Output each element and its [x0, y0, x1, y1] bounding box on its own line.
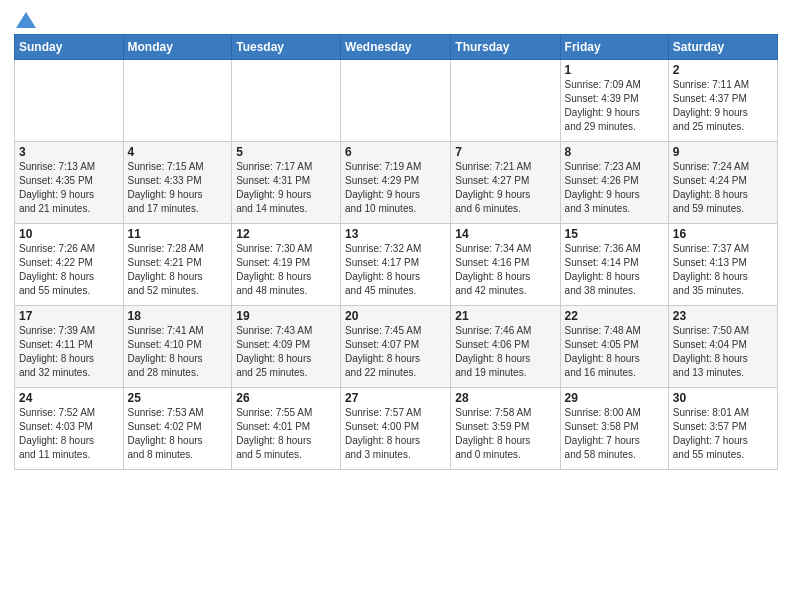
calendar-cell: 26Sunrise: 7:55 AM Sunset: 4:01 PM Dayli…: [232, 388, 341, 470]
day-info: Sunrise: 7:37 AM Sunset: 4:13 PM Dayligh…: [673, 242, 773, 298]
calendar-cell: 5Sunrise: 7:17 AM Sunset: 4:31 PM Daylig…: [232, 142, 341, 224]
day-info: Sunrise: 7:30 AM Sunset: 4:19 PM Dayligh…: [236, 242, 336, 298]
calendar-header-saturday: Saturday: [668, 35, 777, 60]
day-number: 13: [345, 227, 446, 241]
day-number: 23: [673, 309, 773, 323]
day-info: Sunrise: 7:34 AM Sunset: 4:16 PM Dayligh…: [455, 242, 555, 298]
calendar-cell: 20Sunrise: 7:45 AM Sunset: 4:07 PM Dayli…: [341, 306, 451, 388]
day-number: 30: [673, 391, 773, 405]
calendar-cell: 11Sunrise: 7:28 AM Sunset: 4:21 PM Dayli…: [123, 224, 232, 306]
day-number: 16: [673, 227, 773, 241]
day-number: 7: [455, 145, 555, 159]
calendar-header-monday: Monday: [123, 35, 232, 60]
calendar-cell: 1Sunrise: 7:09 AM Sunset: 4:39 PM Daylig…: [560, 60, 668, 142]
day-number: 18: [128, 309, 228, 323]
calendar-header-friday: Friday: [560, 35, 668, 60]
calendar-cell: 29Sunrise: 8:00 AM Sunset: 3:58 PM Dayli…: [560, 388, 668, 470]
calendar-cell: [15, 60, 124, 142]
day-number: 25: [128, 391, 228, 405]
calendar-header-row: SundayMondayTuesdayWednesdayThursdayFrid…: [15, 35, 778, 60]
calendar-cell: 18Sunrise: 7:41 AM Sunset: 4:10 PM Dayli…: [123, 306, 232, 388]
day-number: 4: [128, 145, 228, 159]
day-info: Sunrise: 7:17 AM Sunset: 4:31 PM Dayligh…: [236, 160, 336, 216]
calendar-cell: 21Sunrise: 7:46 AM Sunset: 4:06 PM Dayli…: [451, 306, 560, 388]
day-number: 15: [565, 227, 664, 241]
calendar-cell: 15Sunrise: 7:36 AM Sunset: 4:14 PM Dayli…: [560, 224, 668, 306]
day-info: Sunrise: 7:39 AM Sunset: 4:11 PM Dayligh…: [19, 324, 119, 380]
day-number: 8: [565, 145, 664, 159]
calendar-week-0: 1Sunrise: 7:09 AM Sunset: 4:39 PM Daylig…: [15, 60, 778, 142]
day-number: 14: [455, 227, 555, 241]
calendar-cell: 10Sunrise: 7:26 AM Sunset: 4:22 PM Dayli…: [15, 224, 124, 306]
day-number: 11: [128, 227, 228, 241]
calendar-cell: 8Sunrise: 7:23 AM Sunset: 4:26 PM Daylig…: [560, 142, 668, 224]
day-info: Sunrise: 8:01 AM Sunset: 3:57 PM Dayligh…: [673, 406, 773, 462]
calendar-week-3: 17Sunrise: 7:39 AM Sunset: 4:11 PM Dayli…: [15, 306, 778, 388]
day-number: 22: [565, 309, 664, 323]
logo-triangle-icon: [16, 12, 36, 28]
calendar-cell: 22Sunrise: 7:48 AM Sunset: 4:05 PM Dayli…: [560, 306, 668, 388]
day-number: 28: [455, 391, 555, 405]
calendar-cell: [232, 60, 341, 142]
calendar-cell: [341, 60, 451, 142]
calendar-cell: 16Sunrise: 7:37 AM Sunset: 4:13 PM Dayli…: [668, 224, 777, 306]
calendar-header-wednesday: Wednesday: [341, 35, 451, 60]
day-number: 27: [345, 391, 446, 405]
day-info: Sunrise: 7:43 AM Sunset: 4:09 PM Dayligh…: [236, 324, 336, 380]
day-number: 9: [673, 145, 773, 159]
calendar-header-tuesday: Tuesday: [232, 35, 341, 60]
day-info: Sunrise: 7:41 AM Sunset: 4:10 PM Dayligh…: [128, 324, 228, 380]
calendar-cell: 4Sunrise: 7:15 AM Sunset: 4:33 PM Daylig…: [123, 142, 232, 224]
calendar-cell: [123, 60, 232, 142]
calendar-cell: 12Sunrise: 7:30 AM Sunset: 4:19 PM Dayli…: [232, 224, 341, 306]
calendar-cell: [451, 60, 560, 142]
day-info: Sunrise: 8:00 AM Sunset: 3:58 PM Dayligh…: [565, 406, 664, 462]
day-info: Sunrise: 7:09 AM Sunset: 4:39 PM Dayligh…: [565, 78, 664, 134]
day-number: 26: [236, 391, 336, 405]
day-info: Sunrise: 7:32 AM Sunset: 4:17 PM Dayligh…: [345, 242, 446, 298]
day-info: Sunrise: 7:15 AM Sunset: 4:33 PM Dayligh…: [128, 160, 228, 216]
calendar-cell: 7Sunrise: 7:21 AM Sunset: 4:27 PM Daylig…: [451, 142, 560, 224]
day-info: Sunrise: 7:26 AM Sunset: 4:22 PM Dayligh…: [19, 242, 119, 298]
day-info: Sunrise: 7:11 AM Sunset: 4:37 PM Dayligh…: [673, 78, 773, 134]
day-number: 2: [673, 63, 773, 77]
day-number: 6: [345, 145, 446, 159]
calendar-header-thursday: Thursday: [451, 35, 560, 60]
calendar-week-1: 3Sunrise: 7:13 AM Sunset: 4:35 PM Daylig…: [15, 142, 778, 224]
day-info: Sunrise: 7:28 AM Sunset: 4:21 PM Dayligh…: [128, 242, 228, 298]
calendar-cell: 25Sunrise: 7:53 AM Sunset: 4:02 PM Dayli…: [123, 388, 232, 470]
day-info: Sunrise: 7:52 AM Sunset: 4:03 PM Dayligh…: [19, 406, 119, 462]
calendar-cell: 28Sunrise: 7:58 AM Sunset: 3:59 PM Dayli…: [451, 388, 560, 470]
day-number: 20: [345, 309, 446, 323]
calendar-cell: 30Sunrise: 8:01 AM Sunset: 3:57 PM Dayli…: [668, 388, 777, 470]
day-info: Sunrise: 7:24 AM Sunset: 4:24 PM Dayligh…: [673, 160, 773, 216]
calendar-cell: 3Sunrise: 7:13 AM Sunset: 4:35 PM Daylig…: [15, 142, 124, 224]
day-info: Sunrise: 7:55 AM Sunset: 4:01 PM Dayligh…: [236, 406, 336, 462]
calendar-cell: 17Sunrise: 7:39 AM Sunset: 4:11 PM Dayli…: [15, 306, 124, 388]
day-info: Sunrise: 7:19 AM Sunset: 4:29 PM Dayligh…: [345, 160, 446, 216]
day-info: Sunrise: 7:46 AM Sunset: 4:06 PM Dayligh…: [455, 324, 555, 380]
calendar-cell: 27Sunrise: 7:57 AM Sunset: 4:00 PM Dayli…: [341, 388, 451, 470]
calendar-cell: 9Sunrise: 7:24 AM Sunset: 4:24 PM Daylig…: [668, 142, 777, 224]
day-info: Sunrise: 7:48 AM Sunset: 4:05 PM Dayligh…: [565, 324, 664, 380]
day-number: 10: [19, 227, 119, 241]
day-info: Sunrise: 7:36 AM Sunset: 4:14 PM Dayligh…: [565, 242, 664, 298]
day-number: 24: [19, 391, 119, 405]
day-info: Sunrise: 7:58 AM Sunset: 3:59 PM Dayligh…: [455, 406, 555, 462]
calendar-cell: 13Sunrise: 7:32 AM Sunset: 4:17 PM Dayli…: [341, 224, 451, 306]
day-info: Sunrise: 7:23 AM Sunset: 4:26 PM Dayligh…: [565, 160, 664, 216]
page: SundayMondayTuesdayWednesdayThursdayFrid…: [0, 0, 792, 612]
day-number: 12: [236, 227, 336, 241]
day-number: 1: [565, 63, 664, 77]
calendar-header-sunday: Sunday: [15, 35, 124, 60]
calendar-cell: 19Sunrise: 7:43 AM Sunset: 4:09 PM Dayli…: [232, 306, 341, 388]
day-info: Sunrise: 7:57 AM Sunset: 4:00 PM Dayligh…: [345, 406, 446, 462]
day-number: 29: [565, 391, 664, 405]
calendar-cell: 6Sunrise: 7:19 AM Sunset: 4:29 PM Daylig…: [341, 142, 451, 224]
calendar-cell: 2Sunrise: 7:11 AM Sunset: 4:37 PM Daylig…: [668, 60, 777, 142]
day-number: 3: [19, 145, 119, 159]
calendar-table: SundayMondayTuesdayWednesdayThursdayFrid…: [14, 34, 778, 470]
day-info: Sunrise: 7:13 AM Sunset: 4:35 PM Dayligh…: [19, 160, 119, 216]
day-number: 19: [236, 309, 336, 323]
header: [14, 10, 778, 28]
